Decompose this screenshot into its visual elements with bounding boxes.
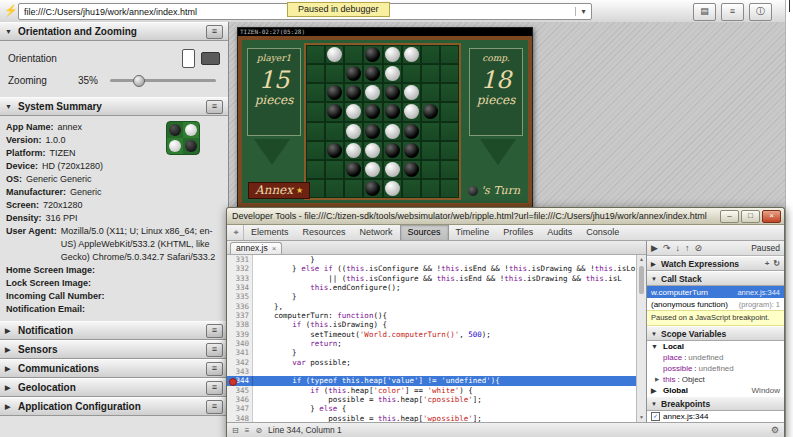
board-cell[interactable] — [344, 102, 363, 121]
board-cell[interactable] — [402, 45, 421, 64]
board-cell[interactable] — [440, 45, 459, 64]
board-cell[interactable] — [344, 141, 363, 160]
code-line-332[interactable]: 332 } else if ((this.isConfigure && !thi… — [227, 264, 636, 273]
breakpoints-header[interactable]: ▼ Breakpoints — [647, 396, 784, 411]
code-line-345[interactable]: 345 if (this.heap['color'] == 'white') { — [227, 386, 636, 395]
menu-button[interactable]: ≡ — [721, 3, 744, 21]
line-number-gutter[interactable]: 342 — [227, 358, 253, 367]
breakpoint-icon[interactable] — [229, 378, 237, 386]
code-line-333[interactable]: 333 || (this.isConfigure && this.isEnd &… — [227, 274, 636, 283]
devtools-tab-profiles[interactable]: Profiles — [496, 225, 540, 240]
board-cell[interactable] — [383, 45, 402, 64]
line-number-gutter[interactable]: 346 — [227, 395, 253, 404]
line-number-gutter[interactable]: 337 — [227, 311, 253, 320]
board-cell[interactable] — [306, 45, 325, 64]
code-line-331[interactable]: 331 } — [227, 255, 636, 264]
devtools-tab-elements[interactable]: Elements — [244, 225, 296, 240]
board-cell[interactable] — [421, 179, 440, 198]
code-line-339[interactable]: 339 setTimeout('World.computerTurn()', 5… — [227, 330, 636, 339]
call-stack-header[interactable]: ▼ Call Stack — [647, 271, 784, 286]
board-cell[interactable] — [383, 179, 402, 198]
minimize-button[interactable]: – — [720, 210, 739, 223]
board-cell[interactable] — [363, 122, 382, 141]
section-notification[interactable]: ▶Notification≡ — [0, 321, 228, 340]
call-stack-frame[interactable]: (anonymous function)(program): 1 — [647, 298, 784, 310]
line-number-gutter[interactable]: 338 — [227, 320, 253, 329]
board-cell[interactable] — [344, 45, 363, 64]
code-line-347[interactable]: 347 } else { — [227, 404, 636, 413]
board-cell[interactable] — [402, 83, 421, 102]
board-cell[interactable] — [325, 179, 344, 198]
line-number-gutter[interactable]: 347 — [227, 404, 253, 413]
board-cell[interactable] — [383, 160, 402, 179]
devtools-titlebar[interactable]: Developer Tools - file:///C:/tizen-sdk/t… — [227, 208, 784, 225]
section-sensors[interactable]: ▶Sensors≡ — [0, 340, 228, 359]
zoom-slider-thumb[interactable] — [133, 75, 145, 87]
board-cell[interactable] — [325, 141, 344, 160]
devtools-tab-sources[interactable]: Sources — [400, 225, 449, 240]
step-out-button[interactable]: ↑ — [685, 242, 690, 254]
board-cell[interactable] — [363, 160, 382, 179]
scroll-up-icon[interactable]: ▲ — [639, 255, 644, 264]
devtools-tab-audits[interactable]: Audits — [540, 225, 579, 240]
code-line-337[interactable]: 337 computerTurn: function(){ — [227, 311, 636, 320]
code-scrollbar[interactable]: ▲ ▼ — [636, 255, 646, 422]
inspect-element-icon[interactable]: ⌖ — [229, 225, 244, 240]
code-line-335[interactable]: 335 } — [227, 292, 636, 301]
board-cell[interactable] — [440, 141, 459, 160]
devtools-tab-network[interactable]: Network — [353, 225, 400, 240]
scope-group-global[interactable]: ▶GlobalWindow — [647, 385, 784, 396]
board-cell[interactable] — [383, 122, 402, 141]
board-cell[interactable] — [306, 102, 325, 121]
code-line-344[interactable]: 344 if (typeof this.heap['value'] != 'un… — [227, 376, 636, 385]
line-number-gutter[interactable]: 335 — [227, 292, 253, 301]
code-line-336[interactable]: 336 }, — [227, 302, 636, 311]
file-tab-annexjs[interactable]: annex.js × — [230, 242, 282, 254]
pause-on-exceptions-icon[interactable]: ⊘ — [255, 426, 262, 435]
board-cell[interactable] — [344, 179, 363, 198]
board-cell[interactable] — [363, 83, 382, 102]
board-cell[interactable] — [363, 102, 382, 121]
close-button[interactable]: × — [762, 210, 781, 223]
board-cell[interactable] — [421, 45, 440, 64]
line-number-gutter[interactable]: 336 — [227, 302, 253, 311]
board-cell[interactable] — [306, 160, 325, 179]
panel-menu-icon[interactable]: ≡ — [206, 381, 223, 395]
board-cell[interactable] — [402, 102, 421, 121]
line-number-gutter[interactable]: 331 — [227, 255, 253, 264]
section-geolocation[interactable]: ▶Geolocation≡ — [0, 378, 228, 397]
section-application-configuration[interactable]: ▶Application Configuration≡ — [0, 397, 228, 416]
board-cell[interactable] — [440, 122, 459, 141]
info-button[interactable]: ⓘ — [749, 3, 772, 21]
line-number-gutter[interactable]: 334 — [227, 283, 253, 292]
code-line-346[interactable]: 346 possible = this.heap['cpossible']; — [227, 395, 636, 404]
board-cell[interactable] — [440, 102, 459, 121]
board-cell[interactable] — [344, 160, 363, 179]
board-cell[interactable] — [325, 64, 344, 83]
board-cell[interactable] — [421, 122, 440, 141]
board-cell[interactable] — [344, 64, 363, 83]
board-cell[interactable] — [344, 83, 363, 102]
board-cell[interactable] — [421, 160, 440, 179]
maximize-button[interactable]: □ — [741, 210, 760, 223]
board-cell[interactable] — [325, 122, 344, 141]
board-cell[interactable] — [440, 64, 459, 83]
devtools-tab-console[interactable]: Console — [579, 225, 626, 240]
line-number-gutter[interactable]: 332 — [227, 264, 253, 273]
gear-icon[interactable]: ⚙ — [771, 425, 779, 435]
scope-variables-header[interactable]: ▼ Scope Variables — [647, 326, 784, 341]
portrait-orientation-button[interactable] — [182, 49, 195, 68]
landscape-orientation-button[interactable] — [201, 52, 220, 65]
board-cell[interactable] — [363, 64, 382, 83]
line-number-gutter[interactable]: 344 — [227, 376, 253, 385]
breakpoint-checkbox[interactable]: ✓ — [651, 412, 660, 421]
line-number-gutter[interactable]: 341 — [227, 348, 253, 357]
board-cell[interactable] — [402, 179, 421, 198]
board-cell[interactable] — [363, 141, 382, 160]
scope-group-local[interactable]: ▼Local — [647, 341, 784, 352]
panel-toggle-button[interactable]: ▤ — [693, 3, 716, 21]
board-cell[interactable] — [325, 160, 344, 179]
board-cell[interactable] — [402, 122, 421, 141]
code-line-348[interactable]: 348 possible = this.heap['wpossible']; — [227, 414, 636, 422]
deactivate-breakpoints-button[interactable]: ⊘ — [694, 242, 702, 254]
